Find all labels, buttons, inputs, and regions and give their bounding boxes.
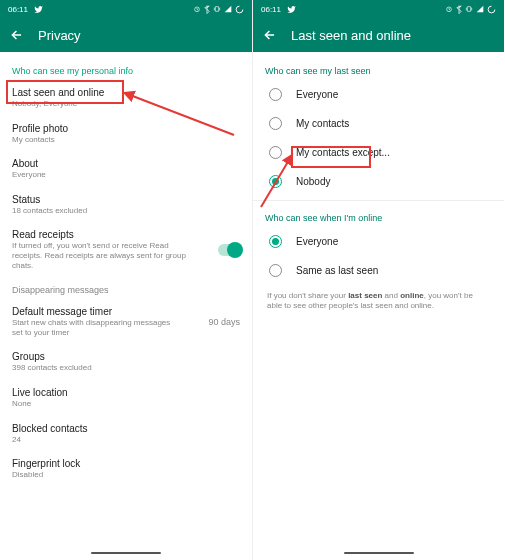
radio-label: Everyone xyxy=(296,236,338,247)
radio-nobody[interactable]: Nobody xyxy=(253,167,504,196)
radio-contacts-except[interactable]: My contacts except... xyxy=(253,138,504,167)
label: Status xyxy=(12,194,240,205)
footer-note: If you don't share your last seen and on… xyxy=(253,285,504,318)
label: Fingerprint lock xyxy=(12,458,240,469)
row-profile-photo[interactable]: Profile photo My contacts xyxy=(0,116,252,152)
header: Last seen and online xyxy=(253,18,504,52)
nav-pill[interactable] xyxy=(344,552,414,554)
alarm-icon xyxy=(445,5,453,13)
radio-icon xyxy=(269,175,282,188)
bluetooth-icon xyxy=(456,5,462,14)
label: Profile photo xyxy=(12,123,240,134)
sub: 24 xyxy=(12,435,240,445)
radio-contacts[interactable]: My contacts xyxy=(253,109,504,138)
twitter-icon xyxy=(34,5,43,14)
radio-online-same[interactable]: Same as last seen xyxy=(253,256,504,285)
timer-value: 90 days xyxy=(208,317,240,327)
clock: 06:11 xyxy=(261,5,281,14)
row-blocked[interactable]: Blocked contacts 24 xyxy=(0,416,252,452)
label: Last seen and online xyxy=(12,87,240,98)
row-read-receipts[interactable]: Read receipts If turned off, you won't s… xyxy=(0,222,252,277)
signal-icon xyxy=(476,5,484,13)
back-icon[interactable] xyxy=(10,28,24,42)
radio-label: Everyone xyxy=(296,89,338,100)
back-icon[interactable] xyxy=(263,28,277,42)
page-title: Privacy xyxy=(38,28,81,43)
vibrate-icon xyxy=(465,5,473,13)
radio-icon xyxy=(269,146,282,159)
radio-everyone[interactable]: Everyone xyxy=(253,80,504,109)
status-bar: 06:11 xyxy=(0,0,252,18)
radio-online-everyone[interactable]: Everyone xyxy=(253,227,504,256)
divider xyxy=(253,200,504,201)
radio-label: Same as last seen xyxy=(296,265,378,276)
loading-icon xyxy=(235,5,244,14)
radio-icon xyxy=(269,235,282,248)
section-last-seen: Who can see my last seen xyxy=(253,58,504,80)
row-status[interactable]: Status 18 contacts excluded xyxy=(0,187,252,223)
header: Privacy xyxy=(0,18,252,52)
page-title: Last seen and online xyxy=(291,28,411,43)
alarm-icon xyxy=(193,5,201,13)
loading-icon xyxy=(487,5,496,14)
svg-rect-4 xyxy=(467,7,470,12)
sub: 398 contacts excluded xyxy=(12,363,240,373)
status-bar: 06:11 xyxy=(253,0,504,18)
section-online: Who can see when I'm online xyxy=(253,205,504,227)
status-icons xyxy=(445,5,496,14)
radio-label: My contacts except... xyxy=(296,147,390,158)
row-last-seen[interactable]: Last seen and online Nobody, Everyone xyxy=(0,80,252,116)
radio-icon xyxy=(269,117,282,130)
sub: Start new chats with disappearing messag… xyxy=(12,318,182,337)
radio-icon xyxy=(269,264,282,277)
twitter-icon xyxy=(287,5,296,14)
sub: Everyone xyxy=(12,170,240,180)
radio-icon xyxy=(269,88,282,101)
row-fingerprint[interactable]: Fingerprint lock Disabled xyxy=(0,451,252,487)
sub: Nobody, Everyone xyxy=(12,99,240,109)
nav-pill[interactable] xyxy=(91,552,161,554)
row-live-location[interactable]: Live location None xyxy=(0,380,252,416)
status-icons xyxy=(193,5,244,14)
label: Blocked contacts xyxy=(12,423,240,434)
clock: 06:11 xyxy=(8,5,28,14)
label: Live location xyxy=(12,387,240,398)
row-default-timer[interactable]: Default message timer Start new chats wi… xyxy=(0,299,252,344)
sub: 18 contacts excluded xyxy=(12,206,240,216)
label: Default message timer xyxy=(12,306,182,317)
label: About xyxy=(12,158,240,169)
label: Groups xyxy=(12,351,240,362)
vibrate-icon xyxy=(213,5,221,13)
sub: If turned off, you won't send or receive… xyxy=(12,241,192,270)
radio-label: Nobody xyxy=(296,176,330,187)
section-personal-info: Who can see my personal info xyxy=(0,58,252,80)
toggle-read-receipts[interactable] xyxy=(218,244,240,256)
sub: None xyxy=(12,399,240,409)
section-disappearing: Disappearing messages xyxy=(0,277,252,299)
row-groups[interactable]: Groups 398 contacts excluded xyxy=(0,344,252,380)
sub: Disabled xyxy=(12,470,240,480)
signal-icon xyxy=(224,5,232,13)
screen-last-seen: 06:11 Last seen and online Who can see m… xyxy=(252,0,504,560)
bluetooth-icon xyxy=(204,5,210,14)
row-about[interactable]: About Everyone xyxy=(0,151,252,187)
radio-label: My contacts xyxy=(296,118,349,129)
label: Read receipts xyxy=(12,229,192,240)
screen-privacy: 06:11 Privacy Who can see my personal in… xyxy=(0,0,252,560)
svg-rect-1 xyxy=(215,7,218,12)
sub: My contacts xyxy=(12,135,240,145)
